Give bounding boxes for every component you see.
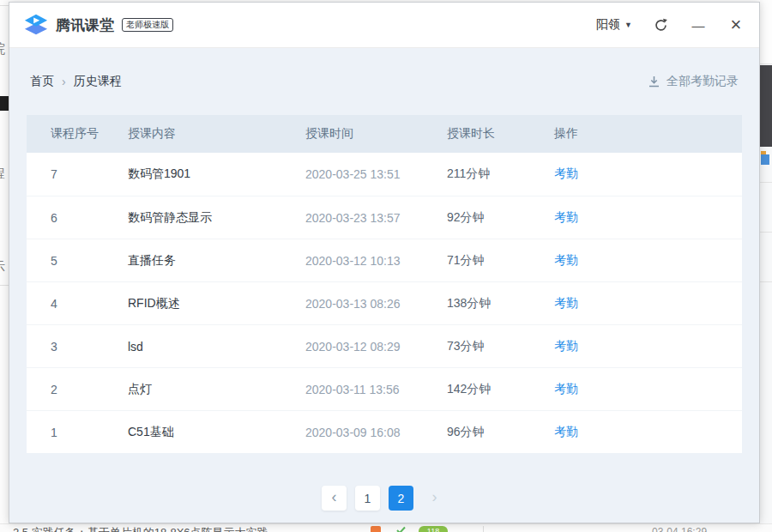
course-duration: 73分钟: [447, 339, 554, 354]
course-time: 2020-03-12 08:29: [305, 340, 447, 354]
clipped-text-fragment: 示: [0, 259, 9, 275]
course-time: 2020-03-25 13:51: [305, 167, 447, 181]
breadcrumb-row: 首页 › 历史课程 全部考勤记录: [27, 48, 742, 115]
header-course-no: 课程序号: [27, 126, 128, 142]
close-icon: ×: [731, 15, 742, 34]
clipped-list-item-title: 2.5 实践任务：基于单片机的18-8X6点阵显示大实践: [13, 525, 268, 532]
course-no: 4: [27, 297, 128, 311]
course-content: RFID概述: [128, 296, 305, 311]
background-page-right-edge: [760, 0, 772, 532]
refresh-button[interactable]: [651, 15, 670, 34]
course-no: 5: [27, 254, 128, 268]
pagination-prev-button[interactable]: ‹: [322, 486, 347, 511]
course-time: 2020-03-12 10:13: [305, 254, 447, 268]
refresh-icon: [654, 18, 668, 33]
all-attendance-records-link[interactable]: 全部考勤记录: [648, 74, 739, 89]
pagination: ‹ 1 2 ›: [27, 486, 742, 511]
divider: [0, 5, 9, 6]
attendance-link[interactable]: 考勤: [554, 166, 578, 180]
pagination-page-1[interactable]: 1: [355, 486, 380, 511]
chevron-down-icon: ▼: [624, 21, 632, 29]
course-content: C51基础: [128, 425, 305, 440]
table-row: 5 直播任务 2020-03-12 10:13 71分钟 考勤: [27, 239, 742, 281]
course-no: 7: [27, 167, 128, 181]
pagination-next-button[interactable]: ›: [422, 486, 447, 511]
clipped-icon-fragment: [761, 154, 769, 165]
clipped-text-fragment: 程: [0, 166, 9, 182]
title-bar: 腾讯课堂 老师极速版 阳领 ▼ — ×: [9, 3, 759, 48]
divider: [760, 232, 772, 233]
clipped-dark-bar: [760, 65, 772, 147]
user-dropdown[interactable]: 阳领 ▼: [596, 17, 632, 33]
divider: [0, 285, 9, 286]
table-row: 6 数码管静态显示 2020-03-23 13:57 92分钟 考勤: [27, 196, 742, 239]
close-button[interactable]: ×: [727, 15, 745, 34]
table-row: 3 lsd 2020-03-12 08:29 73分钟 考勤: [27, 324, 742, 367]
checkmark-icon: [396, 526, 406, 532]
breadcrumb-current: 历史课程: [74, 74, 122, 89]
course-no: 3: [27, 340, 128, 354]
background-page-left-edge: 院 程 示: [0, 0, 9, 532]
attendance-link[interactable]: 考勤: [554, 425, 578, 438]
app-title: 腾讯课堂: [56, 15, 114, 35]
course-time: 2020-03-09 16:08: [305, 426, 447, 439]
titlebar-controls: 阳领 ▼ — ×: [596, 15, 745, 34]
clipped-dark-bar: [0, 96, 9, 111]
pagination-page-2-active[interactable]: 2: [389, 486, 413, 511]
course-duration: 211分钟: [447, 166, 554, 182]
clipped-timestamp: 03-04 16:29: [652, 526, 707, 532]
table-row: 7 数码管1901 2020-03-25 13:51 211分钟 考勤: [27, 153, 742, 196]
breadcrumb-separator-icon: ›: [62, 75, 66, 88]
user-name: 阳领: [596, 17, 620, 33]
app-window: 腾讯课堂 老师极速版 阳领 ▼ — ×: [9, 2, 760, 523]
course-content: 点灯: [128, 382, 305, 397]
header-time: 授课时间: [305, 126, 447, 142]
document-icon: [371, 526, 381, 532]
edition-badge: 老师极速版: [122, 18, 173, 32]
attendance-link[interactable]: 考勤: [554, 339, 578, 353]
breadcrumb-home[interactable]: 首页: [30, 74, 54, 89]
table-row: 4 RFID概述 2020-03-13 08:26 138分钟 考勤: [27, 281, 742, 324]
divider: [483, 526, 484, 532]
header-content: 授课内容: [128, 126, 305, 142]
download-icon: [648, 76, 660, 88]
divider: [760, 281, 772, 282]
table-row: 1 C51基础 2020-03-09 16:08 96分钟 考勤: [27, 410, 742, 453]
course-content: 数码管1901: [128, 166, 305, 182]
course-duration: 96分钟: [447, 425, 554, 440]
course-content: 直播任务: [128, 253, 305, 269]
background-page-bottom-edge: 2.5 实践任务：基于单片机的18-8X6点阵显示大实践 118 03-04 1…: [0, 523, 772, 532]
course-time: 2020-03-13 08:26: [305, 297, 447, 311]
course-no: 2: [27, 383, 128, 396]
course-duration: 92分钟: [447, 210, 554, 226]
course-duration: 142分钟: [447, 382, 554, 397]
table-row: 2 点灯 2020-03-11 13:56 142分钟 考勤: [27, 367, 742, 410]
clipped-panel: [760, 0, 772, 64]
attendance-link[interactable]: 考勤: [554, 210, 578, 224]
attendance-link[interactable]: 考勤: [554, 382, 578, 396]
course-content: lsd: [128, 340, 305, 354]
attendance-link[interactable]: 考勤: [554, 296, 578, 310]
course-duration: 71分钟: [447, 253, 554, 269]
course-duration: 138分钟: [447, 296, 554, 311]
header-action: 操作: [554, 126, 742, 142]
attendance-link[interactable]: 考勤: [554, 253, 578, 267]
divider: [760, 182, 772, 183]
all-attendance-records-label: 全部考勤记录: [666, 74, 739, 89]
breadcrumb: 首页 › 历史课程: [30, 74, 122, 89]
count-badge: 118: [419, 526, 448, 532]
table-header-row: 课程序号 授课内容 授课时间 授课时长 操作: [27, 115, 742, 153]
window-body: 首页 › 历史课程 全部考勤记录 课程序号 授课内容 授课时间 授课时长 操作: [9, 48, 759, 523]
course-no: 1: [27, 426, 128, 439]
tencent-classroom-logo-icon: [23, 13, 49, 37]
minimize-icon: —: [692, 19, 705, 32]
course-no: 6: [27, 211, 128, 225]
course-history-table: 课程序号 授课内容 授课时间 授课时长 操作 7 数码管1901 2020-03…: [27, 115, 742, 453]
header-duration: 授课时长: [447, 126, 554, 142]
minimize-button[interactable]: —: [689, 15, 708, 34]
course-time: 2020-03-11 13:56: [305, 383, 447, 396]
course-content: 数码管静态显示: [128, 210, 305, 226]
brand: 腾讯课堂 老师极速版: [23, 13, 173, 37]
course-time: 2020-03-23 13:57: [305, 211, 447, 225]
clipped-text-fragment: 院: [0, 41, 9, 57]
